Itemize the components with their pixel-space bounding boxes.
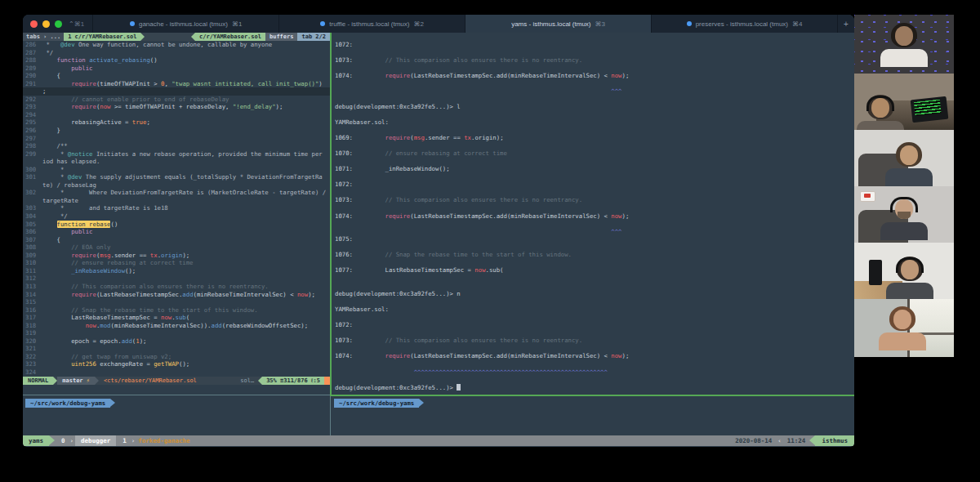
terminal-line: debug(development:0xc3a92fe5...)> [332,384,854,392]
line-number: 313 [23,283,42,291]
code-line: 310 // ensure rebasing at correct time [23,259,330,267]
line-number: 324 [23,368,42,377]
shell-prompt-left[interactable]: ~/src/work/debug-yams [25,399,115,408]
terminal-tab[interactable]: truffle - isthmus.local (tmux)⌘2 [278,15,465,33]
shoulders-graphic [886,283,933,299]
terminal-tab[interactable]: ganache - isthmus.local (tmux)⌘1 [92,15,278,33]
code-line: 302 * Where DeviationFromTargetRate is (… [23,189,330,197]
code-line: 312 [23,274,330,283]
code-line: 297 [23,135,330,143]
line-number: 319 [23,329,42,337]
shoulders-graphic [879,332,926,350]
minimize-window-button[interactable] [42,20,50,28]
close-window-button[interactable] [30,20,38,28]
video-thumbnail-participant-5[interactable] [854,243,954,299]
tmux-pane-border-vertical[interactable] [330,33,332,395]
code-line: 294 [23,111,330,119]
code-line: 290 { [23,72,330,80]
terminal-line [332,243,854,252]
vim-code-area[interactable]: 286 * @dev One way function, cannot be u… [23,41,330,377]
vim-pane[interactable]: tabs › ... 1 c/r/YAMRebaser.sol c/r/YAMR… [23,33,330,395]
cursor-position: 35% ≡311/876 ℓ:5 [262,377,324,385]
terminal-line: 1072: [332,181,854,189]
debugger-pane[interactable]: 1072:1073: // This comparison also ensur… [332,33,854,395]
zoom-window-button[interactable] [55,20,62,28]
code-line: 301 * @dev The supply adjustment equals … [23,173,330,181]
terminal-line: debug(development:0xc3a92fe5...)> n [332,290,854,298]
terminal-line: 1073: // This comparison also ensures th… [332,196,854,204]
shell-prompt-right[interactable]: ~/src/work/debug-yams [334,399,424,408]
terminal-line: ^^^^^^^^^^^^^^^^^^^^^^^^^^^^^^^^^^^^^^^^… [332,368,854,377]
terminal-line: 1074: require(LastRebaseTimestampSec.add… [332,212,854,221]
code-line: 321 [23,345,330,353]
participant-silhouette [878,306,927,350]
statusline-end-cap [324,377,330,385]
line-number: 304 [23,212,42,221]
terminal-line: 1072: [332,321,854,329]
terminal-line: 1069: require(msg.sender == tx.origin); [332,134,854,142]
terminal-line: 1077: LastRebaseTimestampSec = now.sub( [332,266,854,274]
video-thumbnail-participant-6[interactable] [854,299,954,357]
tmux-pane-border-horizontal-left[interactable] [23,395,330,395]
line-number: 307 [23,236,42,244]
line-number: 286 [23,41,42,49]
headphones-graphic [890,197,918,212]
vim-buffer-name[interactable]: c/r/YAMRebaser.sol [195,33,265,41]
tab-shortcut: ⌘4 [792,20,802,28]
code-line: 292 // cannot enable prior to end of reb… [23,96,330,104]
iterm-window: ⌃⌘1 ganache - isthmus.local (tmux)⌘1truf… [23,15,854,447]
terminal-line [332,64,854,72]
video-thumbnail-participant-2[interactable] [854,74,954,130]
line-number: 289 [23,65,42,73]
terminal-line [332,314,854,322]
code-line: 289 public [23,65,330,73]
tmux-session-name: yams [23,435,49,446]
headphones-graphic [866,96,894,111]
tmux-pane-border-horizontal-right[interactable] [330,395,854,396]
tmux-time: 11:24 [783,435,810,446]
line-number: 299 [23,150,42,158]
terminal-line [332,220,854,228]
head-graphic [893,310,911,329]
vim-tab-counter: tab 2/2 [297,33,330,41]
video-thumbnail-participant-1[interactable] [854,15,954,74]
tmux-window-name: forked-ganache [136,435,194,446]
terminal-line [332,376,854,384]
powerline-arrow-icon [419,399,424,407]
participant-silhouette [885,257,934,299]
line-number: 296 [23,127,42,135]
video-thumbnail-participant-4[interactable] [854,186,954,243]
terminal-line [332,79,854,87]
code-line: 288 function activate_rebasing() [23,56,330,65]
powerline-arrow-icon [110,399,115,407]
filetype-label: sol… [236,377,258,385]
terminal-tab[interactable]: preserves - isthmus.local (tmux)⌘4 [651,15,837,33]
laptop-graphic [910,96,948,123]
terminal-line [332,283,854,291]
code-line: 319 [23,329,330,337]
line-number: 321 [23,345,42,353]
tmux-status-bar: yams 0›debugger1›forked-ganache 2020-08-… [23,435,854,446]
line-number: 287 [23,49,42,57]
terminal-cursor [457,384,461,391]
new-tab-button[interactable]: + [837,15,854,33]
headphones-graphic [896,257,924,273]
terminal-line [332,298,854,306]
terminal-tab[interactable]: yams - isthmus.local (tmux)⌘3 [465,15,651,33]
code-line: 300 * [23,166,330,174]
code-line: 296 } [23,127,330,135]
code-line: 287 */ [23,49,330,57]
shoulders-graphic [880,49,928,67]
code-line: iod has elapsed. [23,158,330,166]
line-number: 303 [23,204,42,212]
git-branch-name: master [62,377,82,384]
tmux-pane-border-vertical-bottom[interactable] [330,396,331,435]
video-thumbnail-participant-3[interactable] [854,130,954,186]
line-number: 320 [23,337,42,346]
vim-tab-current[interactable]: 1 c/r/YAMRebaser.sol [64,33,140,41]
line-number: 294 [23,111,42,119]
code-line: 295 rebasingActive = true; [23,118,330,127]
tab-shortcut: ⌘3 [595,20,605,28]
code-line: 314 require(LastRebaseTimestampSec.add(m… [23,291,330,299]
code-line: 313 // This comparison also ensures ther… [23,283,330,291]
